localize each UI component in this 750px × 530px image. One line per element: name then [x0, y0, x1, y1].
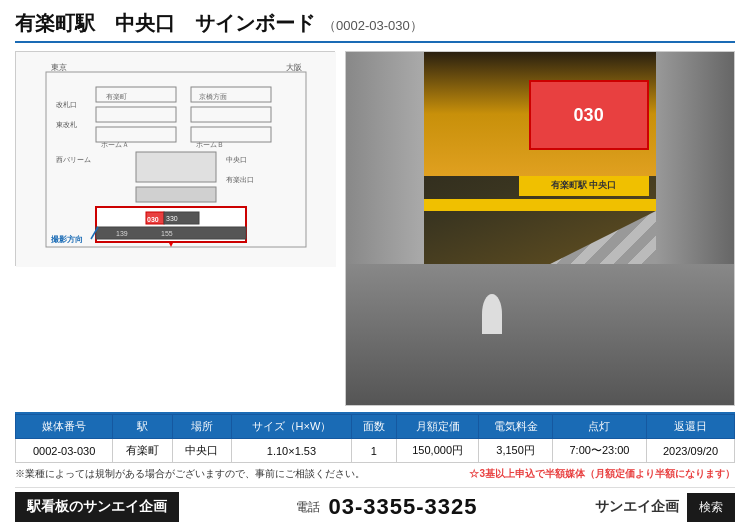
notes-row: ※業種によっては規制がある場合がございますので、事前にご相談ください。 ☆3基以… — [15, 467, 735, 481]
svg-rect-5 — [191, 107, 271, 122]
col-header-price: 月額定価 — [396, 415, 478, 439]
footer-right: サンエイ企画 検索 — [595, 493, 735, 522]
svg-text:330: 330 — [166, 215, 178, 222]
col-header-count: 面数 — [351, 415, 396, 439]
station-map-svg: 東京 大阪 有楽町 京橋方面 ホームＡ ホームＢ 030 330 — [16, 52, 336, 267]
svg-text:ホームＡ: ホームＡ — [101, 141, 129, 148]
svg-text:改札口: 改札口 — [56, 101, 77, 109]
col-header-electric: 電気料金 — [479, 415, 553, 439]
photo-signboard: 030 — [529, 80, 649, 150]
svg-rect-6 — [191, 127, 271, 142]
svg-text:有楽出口: 有楽出口 — [226, 176, 254, 183]
cell-location: 中央口 — [172, 439, 231, 463]
cell-count: 1 — [351, 439, 396, 463]
svg-text:東改札: 東改札 — [56, 121, 77, 129]
cell-station: 有楽町 — [113, 439, 172, 463]
header-id: （0002-03-030） — [323, 17, 423, 35]
svg-text:有楽町: 有楽町 — [106, 93, 127, 100]
cell-electric: 3,150円 — [479, 439, 553, 463]
col-header-location: 場所 — [172, 415, 231, 439]
col-header-station: 駅 — [113, 415, 172, 439]
info-table: 媒体番号 駅 場所 サイズ（H×W） 面数 月額定価 電気料金 点灯 返還日 0… — [15, 414, 735, 463]
photo-floor — [346, 264, 734, 405]
cell-price: 150,000円 — [396, 439, 478, 463]
footer-phone-label: 電話 — [296, 499, 320, 516]
footer-logo: 駅看板のサンエイ企画 — [15, 492, 179, 522]
cell-lighting: 7:00〜23:00 — [552, 439, 646, 463]
footer-company: サンエイ企画 — [595, 498, 679, 516]
svg-text:ホームＢ: ホームＢ — [196, 141, 224, 148]
photo-area: 030 有楽町駅 中央口 — [345, 51, 735, 406]
svg-text:中央口: 中央口 — [226, 156, 247, 163]
svg-text:撮影方向: 撮影方向 — [50, 234, 83, 244]
col-header-lighting: 点灯 — [552, 415, 646, 439]
table-row: 0002-03-030 有楽町 中央口 1.10×1.53 1 150,000円… — [16, 439, 735, 463]
table-area: 媒体番号 駅 場所 サイズ（H×W） 面数 月額定価 電気料金 点灯 返還日 0… — [15, 412, 735, 481]
col-header-size: サイズ（H×W） — [232, 415, 352, 439]
svg-text:東京: 東京 — [51, 63, 67, 72]
table-header-row: 媒体番号 駅 場所 サイズ（H×W） 面数 月額定価 電気料金 点灯 返還日 — [16, 415, 735, 439]
note-promo: ☆3基以上申込で半額媒体（月額定価より半額になります） — [469, 467, 735, 481]
col-header-return: 返還日 — [647, 415, 735, 439]
cell-size: 1.10×1.53 — [232, 439, 352, 463]
footer-phone: 電話 03-3355-3325 — [296, 494, 477, 520]
col-header-id: 媒体番号 — [16, 415, 113, 439]
cell-id: 0002-03-030 — [16, 439, 113, 463]
map-area: 東京 大阪 有楽町 京橋方面 ホームＡ ホームＢ 030 330 — [15, 51, 335, 266]
svg-text:155: 155 — [161, 230, 173, 237]
main-content: 東京 大阪 有楽町 京橋方面 ホームＡ ホームＢ 030 330 — [15, 51, 735, 406]
footer-phone-number: 03-3355-3325 — [328, 494, 477, 520]
svg-rect-3 — [96, 127, 176, 142]
svg-text:030: 030 — [147, 216, 159, 223]
page: 有楽町駅 中央口 サインボード （0002-03-030） — [0, 0, 750, 530]
photo-person — [482, 294, 502, 334]
cell-return: 2023/09/20 — [647, 439, 735, 463]
svg-rect-2 — [96, 107, 176, 122]
svg-text:京橋方面: 京橋方面 — [199, 93, 227, 100]
photo-yellow-stripe — [424, 199, 657, 211]
note-main: ※業種によっては規制がある場合がございますので、事前にご相談ください。 — [15, 467, 365, 481]
footer: 駅看板のサンエイ企画 電話 03-3355-3325 サンエイ企画 検索 — [15, 487, 735, 522]
svg-rect-7 — [136, 152, 216, 182]
search-button[interactable]: 検索 — [687, 493, 735, 522]
station-photo: 030 有楽町駅 中央口 — [346, 52, 734, 405]
header: 有楽町駅 中央口 サインボード （0002-03-030） — [15, 10, 735, 43]
page-title: 有楽町駅 中央口 サインボード — [15, 10, 315, 37]
svg-rect-8 — [136, 187, 216, 202]
svg-text:大阪: 大阪 — [286, 63, 302, 72]
svg-text:139: 139 — [116, 230, 128, 237]
svg-text:西バリーム: 西バリーム — [56, 156, 91, 163]
photo-sign-banner: 有楽町駅 中央口 — [519, 176, 649, 196]
